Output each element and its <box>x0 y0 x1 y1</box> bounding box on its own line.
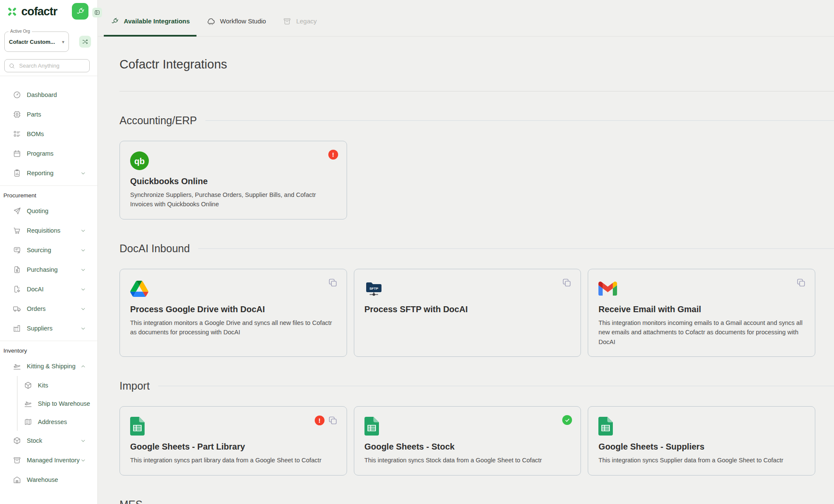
dashboard-icon <box>13 91 21 99</box>
sidebar-item-addresses[interactable]: Addresses <box>17 413 97 431</box>
archive-icon <box>283 17 291 26</box>
divider <box>205 120 834 121</box>
sidebar-item-docai[interactable]: DocAI <box>0 279 97 299</box>
chevron-up-icon <box>80 363 86 370</box>
search-icon <box>9 63 15 69</box>
divider <box>158 386 834 386</box>
sidebar-item-quoting[interactable]: Quoting <box>0 201 97 221</box>
integration-description: This integration monitors a Google Drive… <box>130 318 336 337</box>
copy-icon[interactable] <box>796 278 806 288</box>
quickbooks-logo: qb <box>130 151 149 170</box>
sidebar-item-suppliers[interactable]: Suppliers <box>0 319 97 338</box>
integration-card-process-sftp-with-docai[interactable]: SFTP Process SFTP with DocAI <box>354 269 581 357</box>
plane-icon <box>24 399 32 408</box>
chevron-down-icon <box>80 457 86 464</box>
integration-section: DocAI Inbound Process Google Drive with … <box>120 242 815 357</box>
quoting-icon <box>13 207 21 215</box>
page-title: Cofactr Integrations <box>120 57 815 71</box>
sidebar-item-kits[interactable]: Kits <box>17 376 97 394</box>
chevron-down-icon <box>80 325 86 332</box>
cofactr-logo-icon <box>6 6 18 17</box>
sidebar-item-boms[interactable]: BOMs <box>0 124 97 144</box>
sidebar-subitems: Kits Ship to Warehouse Addresses <box>17 376 97 431</box>
shuffle-icon <box>82 38 88 45</box>
section-title-docai-inbound: DocAI Inbound <box>120 242 190 255</box>
chevron-down-icon <box>80 438 86 444</box>
integration-card-process-google-drive-with-docai[interactable]: Process Google Drive with DocAI This int… <box>120 269 347 357</box>
sidebar-collapse-button[interactable] <box>92 8 102 17</box>
nav-section-label-inventory: Inventory <box>0 341 97 356</box>
sidebar-item-programs[interactable]: Programs <box>0 144 97 163</box>
tab-available-integrations[interactable]: Available Integrations <box>104 0 196 36</box>
copy-icon[interactable] <box>328 415 338 425</box>
sidebar-nav: Dashboard Parts BOMs Programs Reporting … <box>0 76 97 490</box>
sidebar-item-reporting[interactable]: Reporting <box>0 163 97 183</box>
integration-section: MES <box>120 498 815 504</box>
integration-card-google-sheets-part-library[interactable]: ! Google Sheets - Part Library This inte… <box>120 406 347 475</box>
integration-card-receive-email-with-gmail[interactable]: Receive Email with Gmail This integratio… <box>588 269 815 357</box>
search-input[interactable] <box>18 62 85 69</box>
tab-legacy[interactable]: Legacy <box>276 0 323 36</box>
switch-org-button[interactable] <box>79 36 91 48</box>
search-box[interactable] <box>4 59 90 72</box>
active-org-value: Cofactr Custom... <box>9 39 55 45</box>
integration-section: Accounting/ERP ! qb Quickbooks Online Sy… <box>120 114 815 219</box>
gdrive-logo <box>130 279 148 297</box>
cloud-icon <box>207 17 215 26</box>
integration-card-google-sheets-stock[interactable]: Google Sheets - Stock This integration s… <box>354 406 581 475</box>
parts-icon <box>13 110 21 119</box>
tab-bar: Available Integrations Workflow Studio L… <box>98 0 834 37</box>
section-title-accounting-erp: Accounting/ERP <box>120 114 197 127</box>
sidebar-item-stock[interactable]: Stock <box>0 431 97 450</box>
integration-description: Synchronize Suppliers, Purchase Orders, … <box>130 190 336 209</box>
map-icon <box>24 418 32 426</box>
error-badge: ! <box>315 416 324 425</box>
svg-text:SFTP: SFTP <box>369 286 378 290</box>
error-badge: ! <box>328 150 338 159</box>
sidebar-header: cofactr Active Org Cofactr Custom... ▾ <box>0 0 97 76</box>
docai-icon <box>13 285 21 293</box>
bin-icon <box>13 456 21 464</box>
chevron-down-icon <box>80 286 86 293</box>
sidebar-item-kitting-shipping[interactable]: Kitting & Shipping <box>0 356 97 376</box>
sidebar-item-purchasing[interactable]: Purchasing <box>0 260 97 279</box>
gsheets-logo <box>364 417 379 436</box>
svg-text:qb: qb <box>134 157 145 166</box>
integrations-plug-button[interactable] <box>72 3 88 20</box>
orders-icon <box>13 305 21 313</box>
chevron-down-icon: ▾ <box>62 40 64 44</box>
sidebar: cofactr Active Org Cofactr Custom... ▾ D… <box>0 0 98 504</box>
gsheets-logo <box>598 417 613 436</box>
purchasing-icon <box>13 265 21 274</box>
sidebar-collapse-icon <box>94 9 100 16</box>
sidebar-item-parts[interactable]: Parts <box>0 105 97 124</box>
integration-card-quickbooks-online[interactable]: ! qb Quickbooks Online Synchronize Suppl… <box>120 141 347 219</box>
sidebar-item-orders[interactable]: Orders <box>0 299 97 319</box>
sidebar-item-requisitions[interactable]: Requisitions <box>0 221 97 240</box>
sidebar-item-sourcing[interactable]: Sourcing <box>0 240 97 260</box>
divider <box>120 91 834 91</box>
reporting-icon <box>13 169 21 177</box>
nav-section-label-procurement: Procurement <box>0 186 97 201</box>
sidebar-item-dashboard[interactable]: Dashboard <box>0 85 97 105</box>
sidebar-item-ship-to-warehouse[interactable]: Ship to Warehouse <box>17 394 97 413</box>
cube-icon <box>24 381 32 390</box>
copy-icon[interactable] <box>328 278 338 288</box>
section-title-import: Import <box>120 380 150 392</box>
integration-description: This integration monitors incoming email… <box>598 318 805 347</box>
chevron-down-icon <box>80 267 86 273</box>
active-org-select[interactable]: Active Org Cofactr Custom... ▾ <box>4 31 69 52</box>
sidebar-item-warehouse[interactable]: Warehouse <box>0 470 97 490</box>
sidebar-item-managed-inventory[interactable]: Managed Inventory <box>0 450 97 470</box>
copy-icon[interactable] <box>562 278 572 288</box>
chevron-down-icon <box>80 170 86 177</box>
section-title-mes: MES <box>120 498 142 504</box>
success-badge <box>562 415 572 425</box>
boms-icon <box>13 130 21 138</box>
main-content: Available Integrations Workflow Studio L… <box>98 0 834 504</box>
tab-workflow-studio[interactable]: Workflow Studio <box>200 0 273 36</box>
integration-title: Google Sheets - Suppliers <box>598 442 805 452</box>
integration-card-google-sheets-suppliers[interactable]: Google Sheets - Suppliers This integrati… <box>588 406 815 475</box>
chevron-down-icon <box>80 247 86 253</box>
integration-title: Quickbooks Online <box>130 177 336 186</box>
